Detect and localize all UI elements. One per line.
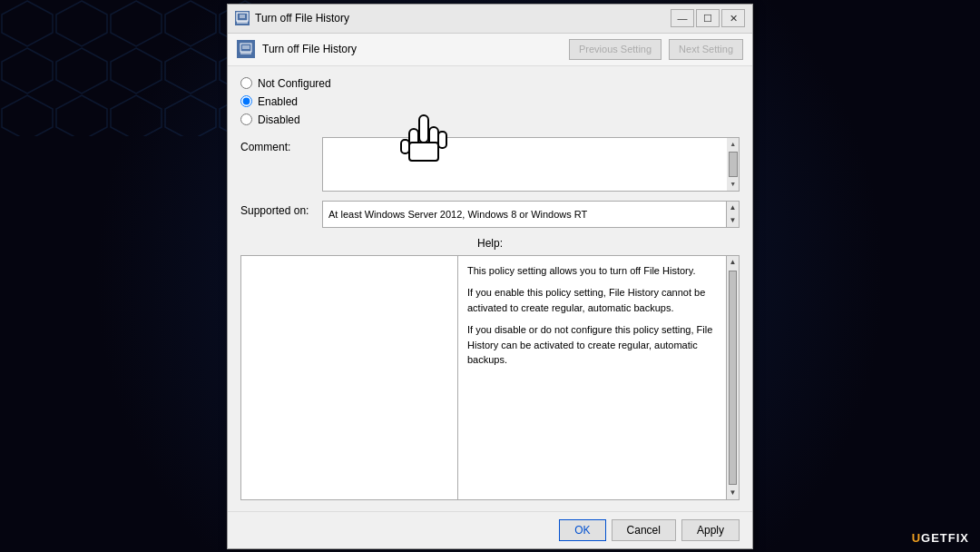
scrollbar-thumb[interactable] [729, 152, 738, 177]
apply-button[interactable]: Apply [681, 519, 740, 541]
radio-group: Not Configured Enabled Disabled [240, 77, 740, 126]
close-button[interactable]: ✕ [721, 9, 745, 27]
title-bar: Turn off File History — ☐ ✕ [228, 5, 752, 34]
supported-on-scrollbar: ▲ ▼ [726, 202, 739, 227]
supported-on-field: At least Windows Server 2012, Windows 8 … [322, 201, 740, 228]
cancel-button[interactable]: Cancel [612, 519, 676, 541]
svg-rect-7 [240, 52, 251, 54]
left-options-panel [240, 255, 458, 500]
toolbar-icon [237, 40, 255, 58]
help-scrollbar[interactable]: ▲ ▼ [726, 256, 739, 499]
window-icon [235, 11, 250, 25]
help-panel: This policy setting allows you to turn o… [458, 255, 740, 500]
supported-scroll-down[interactable]: ▼ [727, 214, 739, 227]
main-content: Not Configured Enabled Disabled Comment:… [228, 66, 752, 511]
window-title: Turn off File History [255, 12, 671, 25]
enabled-option[interactable]: Enabled [240, 95, 740, 108]
not-configured-label[interactable]: Not Configured [258, 77, 331, 90]
next-setting-button[interactable]: Next Setting [669, 39, 743, 60]
not-configured-option[interactable]: Not Configured [240, 77, 740, 90]
comment-scrollbar[interactable]: ▲ ▼ [727, 137, 740, 192]
panels-container: This policy setting allows you to turn o… [240, 255, 740, 500]
help-text-content: This policy setting allows you to turn o… [467, 263, 730, 368]
supported-on-value: At least Windows Server 2012, Windows 8 … [323, 202, 726, 227]
comment-label: Comment: [240, 137, 322, 153]
toolbar: Turn off File History Previous Setting N… [228, 34, 752, 66]
enabled-radio[interactable] [240, 95, 252, 107]
svg-rect-3 [237, 21, 248, 24]
help-paragraph-3: If you disable or do not configure this … [467, 322, 730, 368]
scrollbar-up-arrow[interactable]: ▲ [728, 138, 739, 151]
previous-setting-button[interactable]: Previous Setting [569, 39, 662, 60]
dialog-footer: OK Cancel Apply [228, 511, 752, 548]
disabled-label[interactable]: Disabled [258, 113, 300, 126]
enabled-label[interactable]: Enabled [258, 95, 298, 108]
scrollbar-down-arrow[interactable]: ▼ [728, 178, 739, 191]
ok-button[interactable]: OK [559, 519, 605, 541]
supported-scroll-up[interactable]: ▲ [727, 202, 739, 214]
supported-on-row: Supported on: At least Windows Server 20… [240, 201, 740, 228]
supported-on-label: Supported on: [240, 201, 322, 217]
disabled-radio[interactable] [240, 113, 252, 125]
toolbar-title: Turn off File History [262, 43, 562, 55]
maximize-button[interactable]: ☐ [696, 9, 720, 27]
not-configured-radio[interactable] [240, 77, 252, 89]
comment-field-wrapper: ▲ ▼ [322, 137, 740, 192]
comment-row: Comment: ▲ ▼ [240, 137, 740, 192]
help-label: Help: [240, 237, 740, 250]
disabled-option[interactable]: Disabled [240, 113, 740, 126]
help-scroll-down[interactable]: ▼ [727, 487, 739, 499]
minimize-button[interactable]: — [671, 9, 694, 27]
title-bar-controls: — ☐ ✕ [671, 9, 745, 27]
help-scroll-up[interactable]: ▲ [727, 256, 739, 269]
supported-on-box: At least Windows Server 2012, Windows 8 … [322, 201, 740, 228]
dialog-window: Turn off File History — ☐ ✕ Turn off Fil… [227, 4, 753, 549]
help-scroll-thumb[interactable] [729, 271, 737, 485]
help-paragraph-1: This policy setting allows you to turn o… [467, 263, 730, 279]
help-paragraph-2: If you enable this policy setting, File … [467, 285, 730, 315]
watermark: UGETFIX [912, 531, 969, 545]
comment-textarea[interactable] [322, 137, 727, 192]
